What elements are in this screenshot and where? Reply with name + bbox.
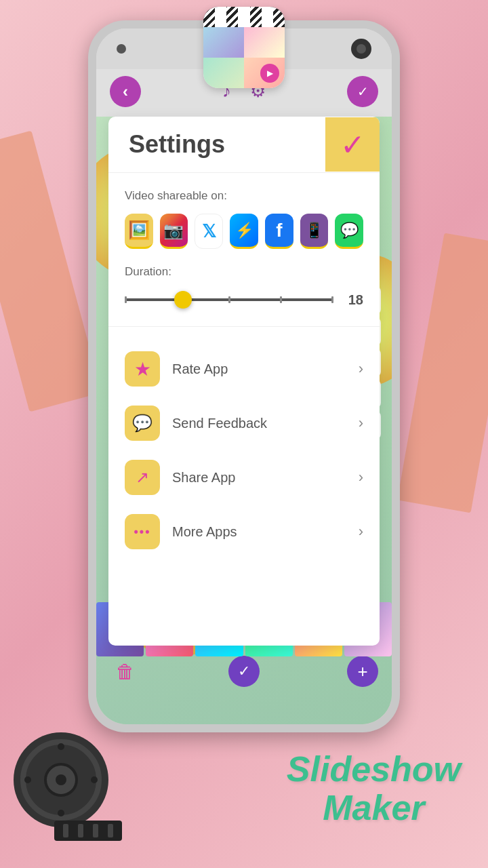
slider-thumb[interactable]	[174, 291, 192, 309]
rate-app-item[interactable]: ★ Rate App ›	[108, 343, 380, 395]
more-apps-icon-container: •••	[125, 514, 160, 549]
rate-app-chevron: ›	[359, 360, 363, 378]
confirm-button[interactable]: ✓	[347, 76, 378, 107]
header-divider	[108, 172, 380, 173]
send-feedback-icon-container: 💬	[125, 406, 160, 441]
back-button[interactable]: ‹	[110, 76, 141, 107]
app-icon-container: ▶	[203, 7, 285, 88]
duration-label: Duration:	[108, 258, 380, 284]
done-button[interactable]: ✓	[228, 656, 260, 687]
trash-icon: 🗑	[116, 660, 135, 683]
twitter-icon: 𝕏	[202, 221, 216, 242]
tick-1	[125, 296, 127, 303]
tick-4	[280, 296, 282, 303]
app-title-line1: Slideshow	[287, 749, 461, 789]
more-apps-icon: •••	[134, 525, 151, 539]
app-icon: ▶	[203, 7, 285, 88]
rate-app-icon-container: ★	[125, 351, 160, 387]
whatsapp-icon: 💬	[340, 222, 359, 239]
send-feedback-item[interactable]: 💬 Send Feedback ›	[108, 397, 380, 449]
share-facebook-button[interactable]: f	[265, 214, 293, 249]
reel-circle	[14, 732, 108, 827]
rate-app-label: Rate App	[172, 361, 346, 377]
tick-3	[228, 296, 230, 303]
app-title-line2: Maker	[323, 788, 424, 827]
slider-row: 18	[108, 284, 380, 323]
share-app-item[interactable]: ↗ Share App ›	[108, 452, 380, 503]
gallery-icon: 🖼️	[128, 220, 150, 241]
front-camera	[117, 44, 126, 54]
app-title: Slideshow Maker	[287, 750, 461, 827]
back-icon: ‹	[123, 82, 128, 101]
share-app-icon-container: ↗	[125, 460, 160, 495]
check-icon: ✓	[357, 83, 369, 100]
video-shareable-label: Video shareable on:	[108, 182, 380, 211]
phone-frame: ‹ ♪ ⚙ ✓ Settings ✓ Video shareable on:	[88, 20, 400, 732]
more-apps-item[interactable]: ••• More Apps ›	[108, 506, 380, 557]
share-gallery-button[interactable]: 🖼️	[125, 214, 153, 249]
settings-check-icon: ✓	[340, 127, 365, 162]
app-photo-1	[203, 27, 244, 58]
phone-inner: ‹ ♪ ⚙ ✓ Settings ✓ Video shareable on:	[96, 28, 392, 724]
film-reel	[14, 732, 108, 827]
share-viber-button[interactable]: 📱	[300, 214, 329, 249]
tick-5	[331, 296, 333, 303]
app-photo-2	[244, 27, 285, 58]
facebook-icon: f	[276, 220, 282, 241]
share-messenger-button[interactable]: ⚡	[230, 214, 258, 249]
clapboard	[203, 7, 285, 27]
send-feedback-label: Send Feedback	[172, 416, 346, 431]
done-icon: ✓	[238, 663, 250, 680]
bottom-bar: 🗑 ✓ +	[96, 656, 392, 687]
more-apps-chevron: ›	[359, 523, 363, 540]
add-button[interactable]: +	[347, 656, 378, 687]
share-twitter-button[interactable]: 𝕏	[195, 214, 223, 249]
add-icon: +	[357, 661, 367, 682]
app-title-text: Slideshow Maker	[287, 750, 461, 827]
share-whatsapp-button[interactable]: 💬	[335, 214, 363, 249]
menu-items: ★ Rate App › 💬 Send Feedback › ↗	[108, 336, 380, 567]
slider-ticks	[125, 296, 333, 303]
settings-header: Settings ✓	[108, 117, 380, 172]
viber-icon: 📱	[305, 222, 323, 239]
duration-slider[interactable]	[125, 290, 333, 310]
settings-title: Settings	[129, 117, 225, 172]
instagram-icon: 📷	[163, 221, 184, 240]
send-feedback-chevron: ›	[359, 414, 363, 432]
trash-button[interactable]: 🗑	[110, 656, 141, 687]
play-button[interactable]: ▶	[260, 64, 279, 83]
clapboard-stripes	[203, 7, 285, 27]
share-icons-row: 🖼️ 📷 𝕏 ⚡ f �	[108, 211, 380, 258]
more-apps-label: More Apps	[172, 524, 346, 540]
settings-panel: Settings ✓ Video shareable on: 🖼️ 📷	[108, 117, 380, 646]
settings-confirm-button[interactable]: ✓	[325, 117, 380, 172]
duration-value: 18	[343, 292, 363, 308]
share-app-chevron: ›	[359, 469, 363, 486]
slider-divider	[108, 326, 380, 327]
share-instagram-button[interactable]: 📷	[160, 214, 188, 249]
share-icon: ↗	[136, 468, 149, 487]
app-photo-3	[203, 58, 244, 88]
messenger-icon: ⚡	[235, 222, 253, 239]
share-app-label: Share App	[172, 470, 346, 486]
star-icon: ★	[134, 358, 151, 380]
feedback-icon: 💬	[132, 414, 152, 433]
